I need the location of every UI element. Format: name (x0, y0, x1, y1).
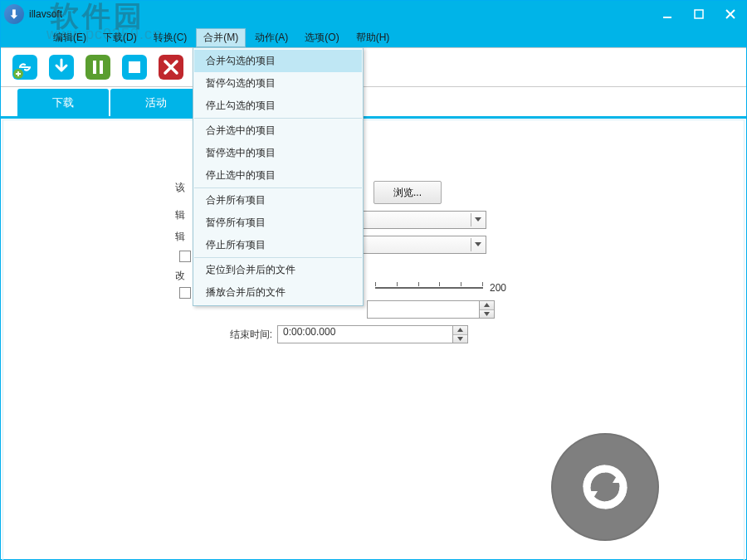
titlebar: ⬇ illavsoft 软件园 www.pc0359.cn (1, 1, 746, 27)
spin-down-icon (453, 335, 467, 343)
pause-button[interactable] (82, 51, 114, 83)
browse-button[interactable]: 浏览... (374, 181, 442, 204)
stop-button[interactable] (119, 51, 150, 83)
toolbar (1, 47, 746, 87)
menu-help[interactable]: 帮助(H) (349, 28, 398, 47)
svg-rect-11 (129, 61, 140, 73)
tab-activity[interactable]: 活动 (110, 89, 202, 116)
menu-entry-merge-checked[interactable]: 合并勾选的项目 (194, 50, 362, 72)
close-button[interactable] (715, 1, 746, 27)
svg-rect-7 (85, 55, 110, 80)
slider-value: 200 (490, 282, 506, 294)
app-title: illavsoft (29, 8, 62, 20)
menu-entry-merge-all[interactable]: 合并所有项目 (194, 189, 362, 212)
start-time-input[interactable] (367, 300, 480, 319)
merge-dropdown-menu: 合并勾选的项目 暂停勾选的项目 停止勾选的项目 合并选中的项目 暂停选中的项目 … (193, 47, 364, 306)
chevron-down-icon (471, 238, 484, 251)
menu-convert[interactable]: 转换(C) (146, 28, 195, 47)
menu-entry-pause-checked[interactable]: 暂停勾选的项目 (194, 72, 362, 95)
menu-action[interactable]: 动作(A) (247, 28, 295, 47)
convert-action-button[interactable] (551, 433, 659, 541)
refresh-icon (579, 461, 631, 513)
peek-label-1: 该 (175, 181, 185, 195)
delete-button[interactable] (155, 51, 187, 83)
menu-edit[interactable]: 编辑(E) (46, 28, 94, 47)
start-time-spinner[interactable] (480, 300, 495, 319)
svg-rect-8 (93, 61, 96, 74)
menu-entry-locate-merged[interactable]: 定位到合并后的文件 (194, 259, 362, 281)
content-panel: 该 辑 辑 改 浏览... (2, 119, 745, 560)
menu-entry-merge-selected[interactable]: 合并选中的项目 (194, 119, 362, 142)
checkbox-stub[interactable] (179, 251, 191, 262)
download-button[interactable] (46, 51, 77, 83)
spin-up-icon (453, 326, 467, 335)
menu-entry-play-merged[interactable]: 播放合并后的文件 (194, 281, 362, 304)
menu-options[interactable]: 选项(O) (297, 28, 346, 47)
app-logo-icon: ⬇ (4, 4, 24, 24)
app-window: ⬇ illavsoft 软件园 www.pc0359.cn 编辑(E) 下载(D… (0, 0, 747, 560)
peek-label-3: 辑 (175, 230, 185, 244)
end-time-input[interactable]: 0:00:00.000 (277, 325, 453, 343)
peek-label-2: 辑 (175, 208, 185, 222)
spin-up-icon (480, 301, 494, 310)
peek-label-5: 改 (175, 269, 185, 283)
minimize-button[interactable] (652, 1, 683, 27)
menu-entry-stop-checked[interactable]: 停止勾选的项目 (194, 95, 362, 117)
checkbox-stub-2[interactable] (179, 287, 191, 299)
tab-download[interactable]: 下载 (17, 89, 109, 116)
menu-entry-stop-all[interactable]: 停止所有项目 (194, 234, 362, 256)
menu-entry-pause-selected[interactable]: 暂停选中的项目 (194, 142, 362, 164)
menu-entry-stop-selected[interactable]: 停止选中的项目 (194, 164, 362, 187)
tabs: 下载 活动 (1, 87, 746, 119)
slider[interactable] (375, 287, 483, 289)
end-time-label: 结束时间: (111, 328, 277, 342)
menu-merge[interactable]: 合并(M) (196, 28, 246, 47)
end-time-spinner[interactable] (453, 325, 468, 343)
spin-down-icon (480, 310, 494, 319)
add-link-button[interactable] (9, 51, 41, 83)
menu-entry-pause-all[interactable]: 暂停所有项目 (194, 212, 362, 234)
maximize-button[interactable] (683, 1, 715, 27)
svg-rect-1 (695, 10, 703, 18)
menu-download[interactable]: 下载(D) (95, 28, 144, 47)
menubar: 编辑(E) 下载(D) 转换(C) 合并(M) 动作(A) 选项(O) 帮助(H… (1, 27, 746, 47)
svg-rect-9 (100, 61, 103, 74)
chevron-down-icon (471, 213, 484, 226)
